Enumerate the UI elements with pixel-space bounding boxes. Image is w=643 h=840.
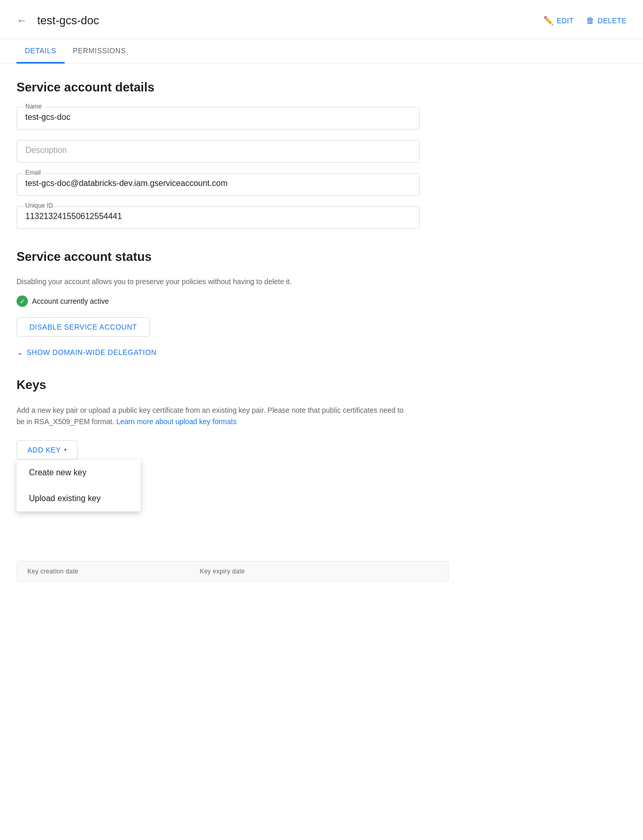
chevron-down-icon: ⌄ [17, 347, 24, 357]
active-status-icon: ✓ [17, 295, 28, 307]
back-arrow-icon: ← [17, 14, 27, 26]
edit-icon: ✏️ [543, 15, 554, 25]
tab-details[interactable]: DETAILS [17, 39, 65, 64]
upload-existing-key-item[interactable]: Upload existing key [17, 486, 141, 511]
email-value: test-gcs-doc@databricks-dev.iam.gservice… [25, 178, 411, 190]
description-field[interactable]: Description [17, 140, 420, 163]
create-new-key-item[interactable]: Create new key [17, 460, 141, 486]
header: ← test-gcs-doc ✏️ EDIT 🗑 DELETE [0, 0, 643, 39]
delete-label: DELETE [598, 17, 626, 25]
email-label: Email [23, 169, 43, 176]
tab-permissions[interactable]: PERMISSIONS [65, 39, 134, 64]
key-expiry-date-header: Key expiry date [190, 562, 319, 581]
service-account-details-title: Service account details [17, 80, 449, 95]
dropdown-arrow-icon: ▾ [64, 447, 67, 453]
edit-label: EDIT [557, 17, 574, 25]
learn-more-link[interactable]: Learn more about upload key formats [116, 417, 237, 426]
delegation-label: SHOW DOMAIN-WIDE DELEGATION [27, 348, 157, 356]
back-button[interactable]: ← [12, 10, 31, 30]
name-value: test-gcs-doc [25, 112, 411, 124]
name-label: Name [23, 103, 44, 110]
header-actions: ✏️ EDIT 🗑 DELETE [543, 15, 626, 25]
status-description: Disabling your account allows you to pre… [17, 276, 449, 287]
edit-button[interactable]: ✏️ EDIT [543, 15, 574, 25]
keys-table: Key creation date Key expiry date [17, 561, 449, 582]
description-placeholder: Description [25, 145, 411, 157]
delete-icon: 🗑 [586, 16, 594, 25]
delete-button[interactable]: 🗑 DELETE [586, 16, 626, 25]
disable-service-account-button[interactable]: DISABLE SERVICE ACCOUNT [17, 317, 150, 337]
keys-description: Add a new key pair or upload a public ke… [17, 405, 409, 428]
unique-id-value: 113213241550612554441 [25, 211, 411, 223]
status-text: Account currently active [32, 297, 109, 305]
service-account-status-section: Service account status Disabling your ac… [17, 250, 449, 357]
unique-id-label: Unique ID [23, 202, 55, 209]
key-creation-date-header: Key creation date [17, 562, 190, 581]
name-field[interactable]: Name test-gcs-doc [17, 107, 420, 130]
unique-id-field[interactable]: Unique ID 113213241550612554441 [17, 206, 420, 229]
add-key-button[interactable]: ADD KEY ▾ [17, 440, 78, 460]
add-key-dropdown: Create new key Upload existing key [17, 460, 141, 511]
keys-section-title: Keys [17, 378, 449, 392]
add-key-label: ADD KEY [27, 446, 61, 454]
show-delegation-button[interactable]: ⌄ SHOW DOMAIN-WIDE DELEGATION [17, 347, 157, 357]
add-key-container: ADD KEY ▾ Create new key Upload existing… [17, 440, 78, 460]
email-field[interactable]: Email test-gcs-doc@databricks-dev.iam.gs… [17, 173, 420, 196]
status-indicator: ✓ Account currently active [17, 295, 449, 307]
service-account-details-section: Service account details Name test-gcs-do… [17, 80, 449, 229]
keys-section: Keys Add a new key pair or upload a publ… [17, 378, 449, 582]
status-section-title: Service account status [17, 250, 449, 264]
table-header-row: Key creation date Key expiry date [17, 562, 448, 581]
tabs: DETAILS PERMISSIONS [0, 39, 643, 64]
page-title: test-gcs-doc [37, 14, 543, 27]
main-content: Service account details Name test-gcs-do… [0, 64, 465, 598]
